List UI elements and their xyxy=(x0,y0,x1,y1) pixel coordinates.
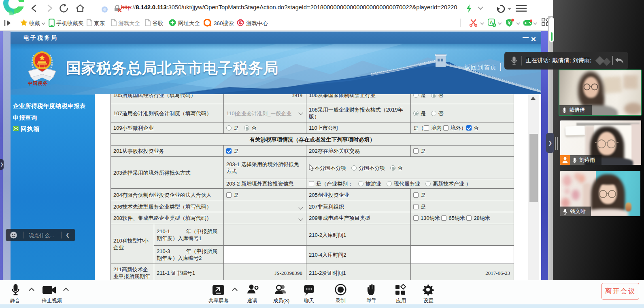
svg-text:中国税务: 中国税务 xyxy=(28,81,48,86)
svg-text:返回到首页: 返回到首页 xyxy=(464,64,497,71)
svg-text:国家税务总局北京市电子税务局: 国家税务总局北京市电子税务局 xyxy=(66,60,278,76)
